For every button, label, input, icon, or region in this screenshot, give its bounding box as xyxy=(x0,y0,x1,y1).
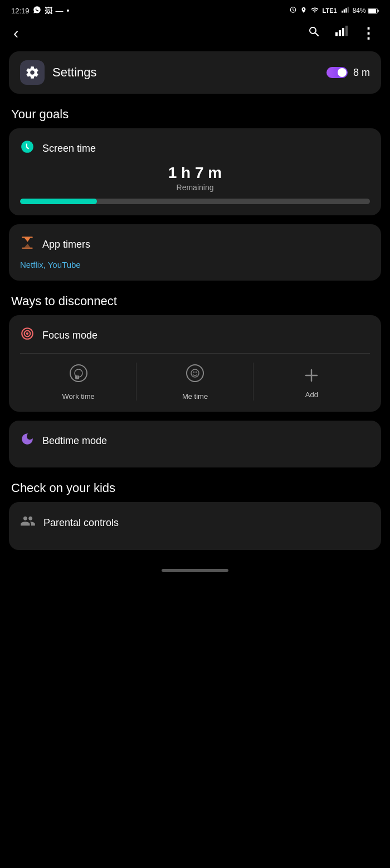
me-time-label: Me time xyxy=(182,392,208,401)
settings-gear-icon xyxy=(20,60,45,85)
settings-card-left: Settings xyxy=(20,60,97,85)
back-button[interactable]: ‹ xyxy=(13,25,18,42)
screen-time-progress-bar xyxy=(20,199,370,204)
nav-icons-right: ⋮ xyxy=(308,25,377,42)
work-time-icon xyxy=(68,363,89,388)
svg-rect-12 xyxy=(22,237,33,238)
bedtime-mode-header: Bedtime mode xyxy=(20,432,370,450)
svg-rect-10 xyxy=(345,26,348,36)
svg-rect-13 xyxy=(22,248,33,249)
bottom-bar xyxy=(0,559,390,577)
settings-label: Settings xyxy=(52,65,97,80)
parental-controls-title: Parental controls xyxy=(43,517,119,529)
location-icon xyxy=(300,6,307,16)
screen-time-header: Screen time xyxy=(20,139,370,157)
svg-rect-5 xyxy=(368,9,376,13)
dot-icon: • xyxy=(67,6,70,15)
status-bar: 12:19 🖼 — • LTE1 84% xyxy=(0,0,390,19)
focus-target-icon xyxy=(20,326,35,344)
more-options-icon[interactable]: ⋮ xyxy=(361,25,377,42)
svg-point-20 xyxy=(187,365,203,382)
screen-time-remaining-label: Remaining xyxy=(20,183,370,192)
settings-card[interactable]: Settings 8 m xyxy=(9,51,381,94)
screen-time-card[interactable]: Screen time 1 h 7 m Remaining xyxy=(9,128,381,215)
search-icon[interactable] xyxy=(308,25,321,42)
settings-toggle[interactable] xyxy=(326,67,348,78)
svg-rect-2 xyxy=(345,8,347,12)
battery-icon: 84% xyxy=(353,7,379,15)
nav-bar: ‹ ⋮ xyxy=(0,19,390,51)
bottom-nav-indicator xyxy=(162,569,228,572)
add-focus-option[interactable]: Add xyxy=(254,365,370,399)
svg-point-21 xyxy=(191,369,199,377)
wifi-icon xyxy=(310,6,319,16)
work-time-option[interactable]: Work time xyxy=(20,363,136,401)
settings-time-remaining: 8 m xyxy=(353,67,370,79)
app-timers-apps: Netflix, YouTube xyxy=(20,260,370,269)
app-timers-card[interactable]: App timers Netflix, YouTube xyxy=(9,224,381,281)
add-label: Add xyxy=(305,390,318,399)
bedtime-mode-card[interactable]: Bedtime mode xyxy=(9,421,381,467)
bedtime-mode-title: Bedtime mode xyxy=(42,435,107,447)
svg-rect-6 xyxy=(378,10,379,12)
work-time-label: Work time xyxy=(62,392,95,401)
parental-controls-card[interactable]: Parental controls xyxy=(9,502,381,550)
app-timers-title: App timers xyxy=(42,239,90,250)
status-time: 12:19 xyxy=(11,7,30,15)
alarm-icon xyxy=(289,6,297,16)
kids-heading: Check on your kids xyxy=(9,481,381,495)
app-timers-header: App timers xyxy=(20,235,370,253)
whatsapp-icon xyxy=(33,6,41,16)
screen-time-value: 1 h 7 m xyxy=(20,164,370,182)
goals-heading: Your goals xyxy=(9,107,381,122)
svg-rect-1 xyxy=(343,9,344,12)
focus-mode-title: Focus mode xyxy=(42,330,98,341)
clock-icon xyxy=(20,139,35,157)
status-right: LTE1 84% xyxy=(289,6,379,16)
lte-label: LTE1 xyxy=(323,7,337,14)
svg-rect-8 xyxy=(339,30,341,36)
main-content: Settings 8 m Your goals Screen time 1 h … xyxy=(0,51,390,550)
screen-time-progress-fill xyxy=(20,199,97,204)
dash-icon: — xyxy=(56,6,64,15)
signal-bars-icon xyxy=(340,6,349,16)
focus-mode-header: Focus mode xyxy=(20,326,370,344)
parental-controls-icon xyxy=(20,513,36,532)
disconnect-heading: Ways to disconnect xyxy=(9,294,381,308)
add-icon xyxy=(301,365,322,386)
settings-card-right: 8 m xyxy=(326,67,370,79)
svg-point-16 xyxy=(26,332,28,335)
svg-rect-9 xyxy=(342,28,344,36)
status-left: 12:19 🖼 — • xyxy=(11,6,69,16)
signal-chart-icon[interactable] xyxy=(334,25,348,42)
parental-header: Parental controls xyxy=(20,513,370,532)
svg-rect-3 xyxy=(347,7,348,13)
moon-icon xyxy=(20,432,35,450)
me-time-icon xyxy=(184,363,206,388)
gallery-icon: 🖼 xyxy=(45,6,52,15)
svg-point-22 xyxy=(193,372,194,373)
focus-mode-options: Work time Me time xyxy=(20,353,370,401)
svg-rect-0 xyxy=(342,11,343,13)
svg-point-23 xyxy=(196,372,197,373)
screen-time-title: Screen time xyxy=(42,143,96,155)
svg-rect-7 xyxy=(335,32,338,36)
hourglass-icon xyxy=(20,235,35,253)
focus-mode-card[interactable]: Focus mode Work time xyxy=(9,315,381,412)
me-time-option[interactable]: Me time xyxy=(136,363,253,401)
